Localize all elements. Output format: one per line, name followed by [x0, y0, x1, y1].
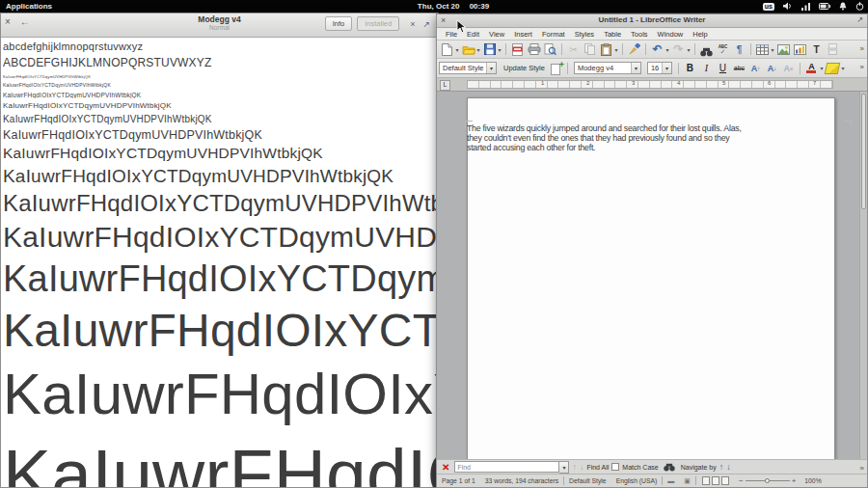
zoom-slider[interactable]: − + [739, 476, 796, 485]
paragraph-style-combo[interactable]: Default Style ▾ [439, 62, 497, 74]
document-text-line: they couldn't even find the ones that th… [467, 133, 854, 143]
clock[interactable]: Thu, Oct 20 00:39 [395, 2, 511, 11]
font-color-icon[interactable]: A [804, 61, 819, 75]
paste-icon[interactable] [599, 42, 613, 57]
waterfall-line: KaIuwrFHqdIOIxYCTDqymUVHDPVIhWtbkjQK [3, 258, 438, 301]
formatting-marks-icon[interactable]: ¶ [732, 42, 746, 57]
open-icon[interactable] [461, 42, 475, 57]
single-page-view-icon[interactable] [702, 476, 710, 485]
network-icon[interactable] [801, 2, 810, 11]
chevron-down-icon[interactable]: ▾ [662, 63, 671, 73]
save-icon[interactable] [482, 42, 497, 57]
chevron-down-icon[interactable]: ▾ [486, 63, 496, 73]
font-size-combo[interactable]: 16 ▾ [647, 62, 672, 74]
new-dropdown-icon[interactable]: ▾ [454, 46, 460, 53]
power-icon[interactable] [855, 2, 864, 11]
vertical-scrollbar[interactable] [859, 92, 867, 459]
match-case-checkbox[interactable] [611, 463, 619, 471]
restore-icon[interactable]: ↗ [856, 15, 863, 25]
menu-table[interactable]: Table [599, 29, 626, 40]
menu-window[interactable]: Window [653, 29, 689, 40]
find-input[interactable] [454, 461, 559, 473]
toolbar-overflow-icon[interactable]: » [860, 44, 864, 53]
insert-chart-icon[interactable] [793, 42, 807, 57]
menu-styles[interactable]: Styles [570, 29, 599, 40]
standard-toolbar: ▾ ▾ ▾ ✂ ▾ [437, 41, 867, 59]
spelling-icon[interactable]: ABC ✓ [716, 42, 730, 57]
export-pdf-icon[interactable] [510, 42, 525, 57]
menu-view[interactable]: View [484, 29, 509, 40]
find-history-dropdown-icon[interactable]: ▾ [559, 461, 569, 474]
font-name-combo[interactable]: Modegg v4 ▾ [574, 62, 641, 74]
menu-format[interactable]: Format [537, 29, 570, 40]
font-size-value: 16 [648, 64, 662, 72]
undo-icon[interactable]: ↶ [650, 42, 665, 57]
insert-image-icon[interactable] [776, 42, 791, 57]
toolbar-overflow-icon[interactable]: » [860, 63, 864, 71]
paste-dropdown-icon[interactable]: ▾ [613, 46, 619, 53]
book-view-icon[interactable] [721, 476, 729, 485]
grow-font-icon[interactable]: A↑ [748, 61, 763, 75]
info-button[interactable]: Info [325, 16, 353, 31]
navigate-next-icon[interactable]: ↓ [726, 462, 731, 472]
ruler-number: 7 [813, 80, 816, 86]
page-count[interactable]: Page 1 of 1 [437, 477, 480, 484]
find-replace-icon[interactable] [699, 42, 714, 57]
applications-menu[interactable]: Applications [0, 2, 52, 11]
insert-mode-indicator[interactable]: ▬ [663, 477, 679, 484]
horizontal-ruler[interactable]: L 1 2 3 4 5 6 7 [437, 78, 867, 92]
table-dropdown-icon[interactable]: ▾ [770, 46, 775, 53]
zoom-in-icon[interactable]: + [792, 476, 797, 485]
shrink-font-icon[interactable]: A↓ [765, 61, 779, 75]
new-document-icon[interactable] [440, 42, 454, 57]
installed-button: Installed [357, 16, 399, 31]
navigate-previous-icon[interactable]: ↑ [719, 462, 724, 472]
menu-tools[interactable]: Tools [626, 29, 653, 40]
close-icon[interactable]: × [410, 19, 415, 29]
keyboard-layout-indicator[interactable]: us [763, 3, 774, 11]
document-area[interactable]: The five wizards quickly jumped around a… [437, 92, 867, 459]
insert-textbox-icon[interactable]: T [809, 42, 824, 57]
insert-table-icon[interactable] [755, 42, 770, 57]
underline-icon[interactable]: U [716, 61, 730, 75]
notification-bell-icon[interactable] [839, 2, 847, 11]
zoom-out-icon[interactable]: − [739, 476, 744, 485]
scrollbar-thumb[interactable] [861, 94, 866, 209]
chevron-down-icon[interactable]: ▾ [631, 63, 640, 73]
zoom-slider-knob[interactable] [765, 478, 770, 483]
volume-icon[interactable] [783, 2, 793, 11]
strikethrough-icon[interactable]: abc [732, 61, 746, 75]
menu-help[interactable]: Help [688, 29, 712, 40]
battery-icon[interactable] [819, 3, 830, 10]
word-count[interactable]: 33 words, 194 characters [480, 477, 563, 484]
update-style-button[interactable]: Update Style [501, 64, 548, 72]
page-style[interactable]: Default Style [564, 477, 611, 484]
tab-stop-selector[interactable]: L [440, 80, 450, 91]
find-and-replace-icon[interactable] [663, 460, 677, 474]
undo-dropdown-icon[interactable]: ▾ [665, 46, 670, 53]
open-dropdown-icon[interactable]: ▾ [475, 46, 481, 53]
print-icon[interactable] [527, 42, 541, 57]
findbar-overflow-icon[interactable]: » [860, 464, 864, 473]
clone-formatting-icon[interactable] [627, 42, 641, 57]
document-text[interactable]: The five wizards quickly jumped around a… [467, 123, 854, 152]
close-find-icon[interactable]: ✕ [442, 462, 449, 473]
menu-insert[interactable]: Insert [509, 29, 537, 40]
match-case-label[interactable]: Match Case [622, 464, 658, 471]
zoom-level[interactable]: 100% [800, 477, 826, 484]
print-preview-icon[interactable] [543, 42, 557, 57]
multi-page-view-icon[interactable] [712, 476, 719, 485]
italic-icon[interactable]: I [699, 61, 714, 75]
writer-titlebar[interactable]: × Untitled 1 - LibreOffice Writer ↗ [437, 14, 867, 28]
save-dropdown-icon[interactable]: ▾ [497, 46, 502, 53]
find-all-button[interactable]: Find All [586, 464, 609, 471]
restore-icon[interactable]: ↗ [422, 19, 430, 29]
selection-mode-indicator[interactable]: ▣ [679, 477, 695, 485]
find-next-icon: ↓ [580, 462, 584, 472]
highlight-dropdown-icon[interactable]: ▾ [840, 65, 846, 71]
new-style-icon[interactable]: + [549, 62, 563, 74]
text-language[interactable]: English (USA) [611, 477, 663, 484]
highlight-color-icon[interactable] [826, 61, 840, 75]
font-color-dropdown-icon[interactable]: ▾ [819, 65, 825, 71]
bold-icon[interactable]: B [683, 61, 697, 75]
